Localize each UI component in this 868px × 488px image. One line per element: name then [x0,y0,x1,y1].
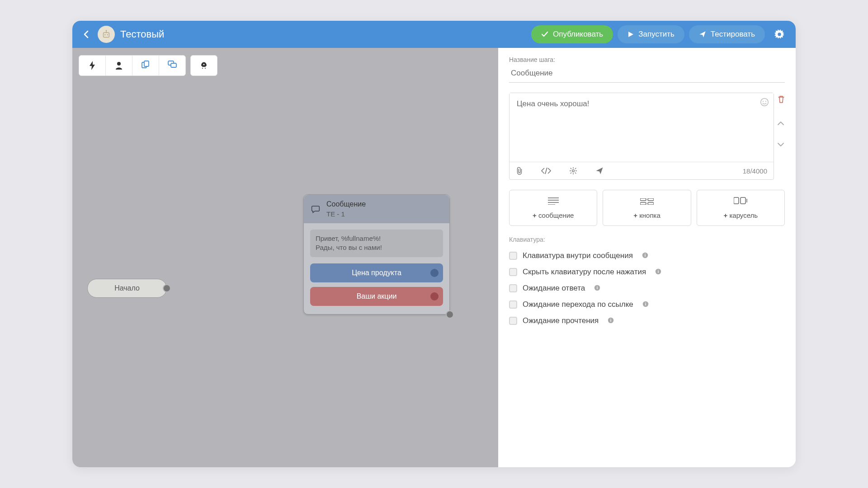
bot-title: Тестовый [120,28,164,40]
publish-label: Опубликовать [553,30,603,39]
svg-rect-13 [640,198,646,201]
svg-point-11 [765,101,766,102]
user-tool[interactable] [105,55,132,76]
code-button[interactable] [541,168,551,174]
node-subtitle: TE - 1 [326,210,366,218]
flow-canvas[interactable]: Начало Сообщение TE - 1 Привет, %fullnam… [72,48,498,467]
step-name-input[interactable] [509,66,785,83]
svg-text:i: i [658,269,659,274]
checkbox-wait-link[interactable] [509,300,517,309]
svg-text:i: i [610,318,612,323]
chevron-left-icon [83,30,89,38]
rocket-tool[interactable] [190,55,217,76]
info-icon[interactable]: i [594,285,600,292]
node-button-price-port[interactable] [430,269,439,277]
info-icon[interactable]: i [642,301,649,309]
run-label: Запустить [638,30,675,39]
node-button-promo-label: Ваши акции [357,292,397,300]
node-button-price[interactable]: Цена продукта [310,263,443,282]
speech-icon [311,205,320,214]
start-output-port[interactable] [163,284,171,292]
checkbox-wait-read[interactable] [509,317,517,325]
message-editor: 18/4000 [509,93,774,180]
editor-side-actions [778,93,785,148]
node-text-line-1: Привет, %fullname%! [316,234,438,243]
node-button-promo-port[interactable] [430,292,439,300]
svg-rect-17 [734,197,739,204]
svg-point-12 [572,170,575,172]
message-node-body: Привет, %fullname%! Рады, что вы с нами!… [304,223,449,314]
svg-text:i: i [645,253,646,258]
move-down-button[interactable] [778,141,785,148]
chat-tool[interactable] [159,55,186,76]
start-node[interactable]: Начало [87,279,167,298]
send-icon [699,31,706,38]
editor-send-button[interactable] [595,167,604,175]
inspector-panel: Название шага: [498,48,796,467]
node-text: Привет, %fullname%! Рады, что вы с нами! [310,230,443,257]
add-message-label: сообщение [538,211,574,219]
checkbox-hide-keyboard[interactable] [509,268,517,276]
carousel-icon [734,197,747,207]
run-button[interactable]: Запустить [618,25,684,43]
canvas-toolbar [79,55,217,76]
check-wait-reply: Ожидание ответа i [509,280,785,296]
events-tool[interactable] [79,55,106,76]
check-label: Ожидание перехода по ссылке [523,300,633,309]
app-window: Тестовый Опубликовать Запустить Тестиров… [72,21,796,467]
svg-text:i: i [597,286,598,290]
add-row: + сообщение + кнопка + карусель [509,190,785,226]
copy-icon [142,61,150,69]
add-button-button[interactable]: + кнопка [603,190,691,226]
svg-rect-15 [640,202,646,205]
info-icon[interactable]: i [608,317,614,325]
check-wait-read: Ожидание прочтения i [509,313,785,329]
check-inline-keyboard: Клавиатура внутри сообщения i [509,248,785,264]
message-textarea[interactable] [509,93,774,160]
emoji-button[interactable] [760,98,769,109]
message-node[interactable]: Сообщение TE - 1 Привет, %fullname%! Рад… [303,194,450,314]
copy-tool[interactable] [132,55,159,76]
delete-message-button[interactable] [778,95,785,105]
publish-button[interactable]: Опубликовать [531,25,613,43]
gear-icon [569,167,577,175]
checkbox-wait-reply[interactable] [509,284,517,292]
back-button[interactable] [80,28,92,41]
bolt-icon [89,61,95,70]
node-button-price-label: Цена продукта [352,269,401,277]
message-node-header: Сообщение TE - 1 [304,195,449,223]
paperclip-icon [516,167,523,175]
lines-icon [548,197,559,207]
move-up-button[interactable] [778,119,785,127]
test-button[interactable]: Тестировать [689,25,765,43]
settings-button[interactable] [770,25,788,43]
node-button-promo[interactable]: Ваши акции [310,287,443,306]
checkbox-inline-keyboard[interactable] [509,252,517,260]
svg-rect-8 [171,63,176,67]
gear-icon [774,29,784,39]
smile-icon [760,98,769,107]
node-text-line-2: Рады, что вы с нами! [316,243,438,252]
attach-button[interactable] [516,167,523,175]
start-label: Начало [114,284,140,292]
add-carousel-button[interactable]: + карусель [697,190,785,226]
test-label: Тестировать [711,30,755,39]
trash-icon [778,95,785,103]
svg-rect-16 [648,202,654,205]
step-name-label: Название шага: [509,56,785,63]
svg-rect-0 [104,33,109,37]
svg-point-1 [104,34,106,36]
check-label: Клавиатура внутри сообщения [523,251,633,260]
svg-text:i: i [645,302,646,306]
editor-settings-button[interactable] [569,167,577,175]
info-icon[interactable]: i [655,268,661,276]
check-label: Ожидание прочтения [523,316,599,325]
svg-point-10 [763,101,764,102]
check-hide-keyboard: Скрыть клавиатуру после нажатия i [509,264,785,280]
svg-rect-6 [144,61,149,66]
node-output-port[interactable] [446,310,454,319]
info-icon[interactable]: i [642,252,648,260]
node-title: Сообщение [326,200,366,208]
add-carousel-label: карусель [729,211,758,219]
add-message-button[interactable]: + сообщение [509,190,597,226]
